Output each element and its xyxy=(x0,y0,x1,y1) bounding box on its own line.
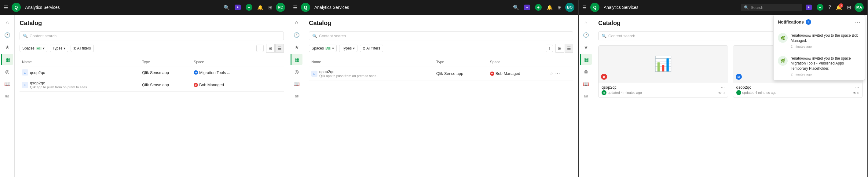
add-icon[interactable]: + xyxy=(535,4,542,11)
search-icon-inner: 🔍 xyxy=(23,34,28,38)
sidebar-item-mail[interactable]: ✉ xyxy=(291,90,302,101)
apps-icon[interactable]: ⊞ xyxy=(847,5,851,10)
spaces-filter[interactable]: Spaces All ▾ xyxy=(20,45,48,52)
sidebar-item-favorites[interactable]: ★ xyxy=(291,41,302,53)
star-icon[interactable]: ☆ xyxy=(261,83,265,87)
card-more-icon[interactable]: ⋯ xyxy=(855,85,859,90)
all-filters-btn[interactable]: ⧖ All filters xyxy=(70,45,93,52)
more-icon[interactable]: ⋯ xyxy=(267,70,272,76)
app-desc: Qlik app to push from on prem to saas wi… xyxy=(30,85,91,89)
sidebar-item-learn[interactable]: 📖 xyxy=(581,78,591,89)
list-view-btn[interactable]: ☰ xyxy=(275,44,284,53)
sidebar-item-insights[interactable]: ◎ xyxy=(291,66,302,77)
apps-icon[interactable]: ⊞ xyxy=(558,5,562,10)
qlik-icon: Q xyxy=(590,3,599,12)
magic-icon[interactable]: ✦ xyxy=(806,5,812,10)
more-icon[interactable]: ⋯ xyxy=(267,82,272,88)
notifications-icon[interactable]: 🔔 xyxy=(547,5,553,10)
list-view-btn[interactable]: ☰ xyxy=(565,44,573,53)
card-info: qsop2qc R updated 4 minutes ago xyxy=(601,85,642,95)
table-row[interactable]: □ qsop2qc Qlik app to push from on prem … xyxy=(20,78,284,92)
search-bar-panel2[interactable]: 🔍 xyxy=(309,31,573,40)
space-badge: B Bob Managed xyxy=(194,83,256,87)
search-icon-inner: 🔍 xyxy=(601,34,607,38)
all-filters-btn[interactable]: ⧖ All filters xyxy=(360,45,383,52)
sidebar-item-recent[interactable]: 🕐 xyxy=(2,29,13,40)
types-filter[interactable]: Types ▾ xyxy=(339,45,358,52)
sidebar-item-insights[interactable]: ◎ xyxy=(581,66,591,77)
page-title-panel1: Catalog xyxy=(20,20,284,27)
catalog-card[interactable]: 📊 B qsop2qc R updated 4 minutes ago xyxy=(598,45,728,98)
sort-btn[interactable]: ↕ xyxy=(546,45,553,52)
notifications-panel: Notifications 2 ⋯ 🌿 renato////////// inv… xyxy=(773,15,865,80)
add-icon[interactable]: + xyxy=(246,4,252,11)
col-header-name: Name xyxy=(20,57,140,67)
sort-btn[interactable]: ↕ xyxy=(256,45,264,52)
search-input-panel3[interactable] xyxy=(608,34,783,38)
topbar-panel1: ☰ Q Analytics Services 🔍 ✦ + 🔔 ⊞ RC xyxy=(0,0,289,15)
search-icon[interactable]: 🔍 xyxy=(513,5,519,10)
notifications-more-btn[interactable]: ⋯ xyxy=(855,19,860,25)
eye-icon: 👁 xyxy=(853,91,857,95)
app-name-cell: □ qsop2qc Qlik app to push from on prem … xyxy=(22,81,137,89)
search-input-panel1[interactable] xyxy=(30,34,280,38)
hamburger-icon[interactable]: ☰ xyxy=(293,5,297,10)
topbar-search-input[interactable] xyxy=(751,5,794,10)
user-avatar[interactable]: RC xyxy=(276,3,285,12)
sidebar-item-learn[interactable]: 📖 xyxy=(2,78,13,89)
col-header-actions xyxy=(547,57,573,67)
spaces-filter[interactable]: Spaces All ▾ xyxy=(309,45,337,52)
sidebar-item-recent[interactable]: 🕐 xyxy=(581,29,591,40)
sidebar-item-mail[interactable]: ✉ xyxy=(581,90,591,101)
page-title-panel2: Catalog xyxy=(309,20,573,27)
sidebar-panel3: ⌂ 🕐 ★ ▦ ◎ 📖 ✉ xyxy=(579,15,593,177)
user-avatar[interactable]: BO xyxy=(565,3,575,12)
sidebar-item-recent[interactable]: 🕐 xyxy=(291,29,302,40)
app-name-cell: □ qsop2qc xyxy=(22,69,137,76)
notif-text-2: renato////////// invited you to the spac… xyxy=(791,56,860,71)
sidebar-item-mail[interactable]: ✉ xyxy=(2,90,13,101)
sidebar-item-favorites[interactable]: ★ xyxy=(2,41,13,53)
search-icon-inner: 🔍 xyxy=(312,34,317,38)
sidebar-item-catalog[interactable]: ▦ xyxy=(290,54,303,65)
star-icon[interactable]: ☆ xyxy=(549,71,553,76)
hamburger-icon[interactable]: ☰ xyxy=(582,5,587,10)
catalog-table-panel2: Name Type Space □ qsop2qc xyxy=(309,57,573,80)
magic-icon[interactable]: ✦ xyxy=(524,5,530,10)
sidebar-item-home[interactable]: ⌂ xyxy=(581,17,591,28)
help-icon[interactable]: ? xyxy=(828,5,831,10)
add-icon[interactable]: + xyxy=(817,4,824,11)
sidebar-item-home[interactable]: ⌂ xyxy=(291,17,302,28)
sidebar-item-favorites[interactable]: ★ xyxy=(581,41,591,53)
notifications-icon[interactable]: 🔔 xyxy=(257,5,264,10)
app-title: Analytics Services xyxy=(25,5,60,10)
main-content-panel1: ⌂ 🕐 ★ ▦ ◎ 📖 ✉ Catalog 🔍 Spaces All ▾ xyxy=(0,15,289,177)
sidebar-item-catalog[interactable]: ▦ xyxy=(580,54,592,65)
card-view-count: 👁 0 xyxy=(853,91,859,95)
star-icon[interactable]: ☆ xyxy=(261,70,265,75)
user-avatar[interactable]: MA xyxy=(855,3,864,12)
sidebar-item-home[interactable]: ⌂ xyxy=(2,17,13,28)
hamburger-icon[interactable]: ☰ xyxy=(4,5,8,10)
types-filter[interactable]: Types ▾ xyxy=(50,45,68,52)
search-icon[interactable]: 🔍 xyxy=(224,5,230,10)
sidebar-item-insights[interactable]: ◎ xyxy=(2,66,13,77)
search-bar-panel1[interactable]: 🔍 xyxy=(20,31,284,40)
notifications-icon[interactable]: 🔔 2 xyxy=(836,5,842,10)
more-icon[interactable]: ⋯ xyxy=(555,70,560,77)
sidebar-item-catalog[interactable]: ▦ xyxy=(1,54,13,65)
card-more-icon[interactable]: ⋯ xyxy=(721,85,725,90)
table-row[interactable]: □ qsop2qc Qlik app to push from on prem … xyxy=(309,67,573,80)
card-actions: ⋯ 👁 0 xyxy=(853,85,859,95)
sidebar-item-learn[interactable]: 📖 xyxy=(291,78,302,89)
search-input-panel2[interactable] xyxy=(319,34,570,38)
sidebar-panel2: ⌂ 🕐 ★ ▦ ◎ 📖 ✉ xyxy=(289,15,304,177)
table-row[interactable]: □ qsop2qc Qlik Sense app M Migration Too… xyxy=(20,67,284,78)
search-bar-panel3[interactable]: 🔍 xyxy=(598,31,786,40)
notifications-title: Notifications 2 xyxy=(778,19,811,25)
topbar-search-box[interactable]: 🔍 xyxy=(741,4,802,11)
magic-icon[interactable]: ✦ xyxy=(235,5,241,10)
grid-view-btn[interactable]: ⊞ xyxy=(555,44,564,53)
apps-icon[interactable]: ⊞ xyxy=(268,5,272,10)
grid-view-btn[interactable]: ⊞ xyxy=(266,44,275,53)
